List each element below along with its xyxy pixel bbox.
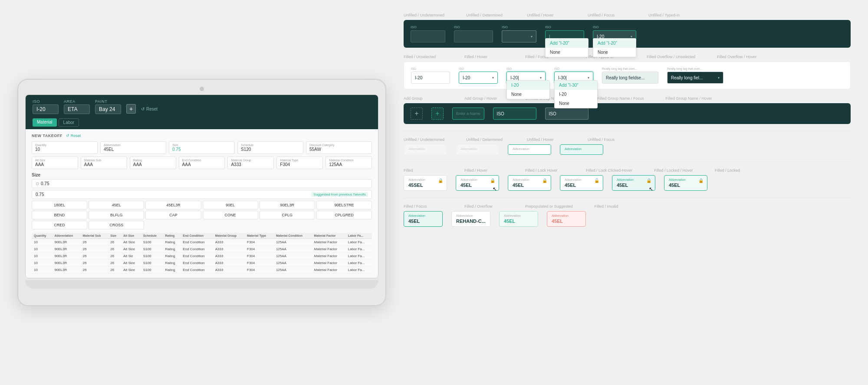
filled-input-hover[interactable]: I-20 ▾	[459, 72, 498, 84]
size-field[interactable]: Size 0.75	[169, 141, 235, 154]
paint-value[interactable]: Bay 24	[95, 104, 121, 114]
material-type-field[interactable]: Material Type F304	[276, 157, 323, 169]
abbrev-card-invalid[interactable]: Abbreviation 45EL	[547, 211, 586, 227]
abbrev-card-unfilled-focus[interactable]: Abbreviation	[560, 144, 603, 155]
size-search-bar[interactable]: ⊙ 0.75	[32, 179, 372, 188]
filled-input-overflow-unsel[interactable]: Really long fieldse...	[602, 72, 658, 84]
tab-labor[interactable]: Labor	[59, 118, 79, 127]
add-group-input-unfilled-focus[interactable]: Enter a Name	[452, 108, 484, 120]
filled-lock-states: Abbreviation 45SEL 🔒 Abbreviation 45EL 🔒…	[404, 175, 851, 191]
dropdown-item-add-i20[interactable]: Add "I-20"	[546, 39, 588, 48]
abbrev-card-focus-bottom[interactable]: Abbreviation 45EL	[404, 211, 443, 227]
filled-input-unselected[interactable]: I-20	[411, 72, 450, 84]
add-group-btn-normal[interactable]: +	[411, 108, 423, 120]
material-sub-field[interactable]: Material Sub AAA	[81, 157, 127, 169]
size-search-input[interactable]: 0.75	[41, 181, 368, 186]
mat-cond-value: 125AA	[329, 162, 368, 167]
alt-size-field[interactable]: Alt Size AAA	[32, 157, 78, 169]
suggestion-row[interactable]: 0.75 Suggested from previous Takeoffs	[32, 190, 372, 199]
chip-180el[interactable]: 180EL	[32, 201, 87, 209]
abbrev-focus-label: Abbreviation	[565, 147, 598, 150]
table-row[interactable]: 1090EL3R2626Alt SizeS100RatingEnd Condit…	[32, 260, 372, 267]
abbrev-locked-hover-label: Abbreviation	[617, 178, 651, 181]
abbrev-lock-hover-value: 45EL	[513, 183, 546, 188]
table-row[interactable]: 1090EL3R2626Alt SizeS100RatingEnd Condit…	[32, 267, 372, 274]
chip-cross[interactable]: CROSS	[89, 221, 144, 229]
end-cond-label: End Condition	[182, 159, 222, 162]
dropdown-filled-i20[interactable]: I-20	[507, 81, 549, 90]
abbrev-card-locked[interactable]: Abbreviation 45EL 🔒	[664, 175, 707, 191]
iso-value[interactable]: I-20	[33, 104, 59, 114]
tab-material[interactable]: Material	[33, 118, 57, 127]
chip-cone[interactable]: CONE	[203, 211, 258, 219]
abbrev-card-lock-hover[interactable]: Abbreviation 45EL 🔒	[508, 175, 551, 191]
chip-45el3r[interactable]: 45EL3R	[145, 201, 201, 209]
table-row[interactable]: 1090EL3R2626Alt SizeS100RatingEnd Condit…	[32, 246, 372, 253]
dropdown-typedin-i20[interactable]: I-20	[555, 90, 597, 99]
abbrev-locked-hover-value: 45EL	[617, 183, 651, 188]
chip-blflg[interactable]: BLFLG	[89, 211, 144, 219]
material-group-field[interactable]: Material Group A333	[227, 157, 274, 169]
discount-category-field[interactable]: Discount Category 55AW	[306, 141, 372, 154]
rating-field[interactable]: Rating AAA	[130, 157, 176, 169]
chip-cplgred[interactable]: CPLGRED	[316, 211, 372, 219]
abbrev-card-locked-hover[interactable]: Abbreviation 45EL 🔒 ↖	[612, 175, 655, 191]
chip-cplg[interactable]: CPLG	[260, 211, 315, 219]
end-condition-field[interactable]: End Condition AAA	[179, 157, 225, 169]
reset-button[interactable]: ↺ Reset	[141, 107, 158, 111]
chip-bend[interactable]: BEND	[32, 211, 87, 219]
bottom-states-header: Filled / Focus Filled / Overflow Prepopu…	[404, 204, 851, 209]
material-condition-field[interactable]: Material Condition 125AA	[326, 157, 372, 169]
add-button[interactable]: +	[126, 104, 136, 114]
dropdown-item-add-i20-typed[interactable]: Add "I-20"	[593, 39, 636, 48]
dark-input-determined[interactable]	[454, 30, 493, 42]
lock-icon-lock-hover[interactable]: 🔒	[542, 178, 547, 183]
filled-input-overflow-hover[interactable]: Really long fiel... ▾	[667, 72, 723, 84]
schedule-field[interactable]: Schedule S120	[237, 141, 303, 154]
suggestion-tag: Suggested from previous Takeoffs	[311, 192, 368, 197]
abbrev-card-unfilled-undetermined[interactable]: Abbreviation	[404, 144, 447, 155]
lock-icon-clicked[interactable]: 🔓	[594, 178, 599, 183]
small-state-unfilled-determined: Unfilled / Determined	[466, 137, 505, 142]
abbrev-card-unfilled-determined[interactable]: Abbreviation	[456, 144, 499, 155]
add-group-input-filled-focus[interactable]: ISO	[493, 108, 536, 120]
area-value[interactable]: ETA	[64, 104, 90, 114]
add-group-input-filled-hover[interactable]: ISO	[545, 108, 589, 120]
dropdown-typedin-add-i30[interactable]: Add "I-30"	[555, 81, 597, 90]
divider-3	[404, 198, 851, 198]
table-row[interactable]: 1090EL3R2626Alt SizeS100RatingEnd Condit…	[32, 239, 372, 246]
filled-field-typedin: ISO I-30| ▾ Add "I-30" I-20 None	[554, 67, 593, 84]
app-body: NEW TAKEOFF ↺ Reset Quantity 10 Abbrevia…	[26, 129, 378, 278]
dark-input-undetermined[interactable]	[411, 30, 445, 42]
area-field: Area ETA	[64, 99, 90, 114]
abbrev-card-unfilled-hover[interactable]: Abbreviation	[508, 144, 551, 155]
lock-icon-locked-hover[interactable]: 🔒	[646, 178, 651, 183]
abbrev-card-prepoulated[interactable]: Abbreviation 45EL	[499, 211, 538, 227]
new-takeoff-label: NEW TAKEOFF	[32, 134, 62, 138]
dropdown-filled-none[interactable]: None	[507, 90, 549, 99]
chip-cred[interactable]: CRED	[32, 221, 87, 229]
chevron-down-icon: ▾	[531, 35, 533, 39]
dark-input-hover[interactable]: ▾	[502, 30, 536, 42]
chip-cap[interactable]: CAP	[145, 211, 201, 219]
chip-45el[interactable]: 45EL	[89, 201, 144, 209]
dropdown-typedin-none[interactable]: None	[555, 99, 597, 108]
reset-link[interactable]: ↺ Reset	[66, 134, 81, 138]
abbrev-filled-hover-value: 45EL	[460, 183, 494, 188]
add-group-btn-hover[interactable]: +	[431, 108, 444, 120]
abbrev-card-filled-hover[interactable]: Abbreviation 45EL 🔒 ↖	[456, 175, 499, 191]
chip-90elstre[interactable]: 90ELSTRE	[316, 201, 372, 209]
th-material-type: Material Type	[245, 233, 274, 239]
chip-90el[interactable]: 90EL	[203, 201, 258, 209]
dropdown-item-none-typed[interactable]: None	[593, 48, 636, 57]
abbrev-card-lock-clicked[interactable]: Abbreviation 45EL 🔓	[560, 175, 603, 191]
table-row[interactable]: 1090EL3R2626Alt SizS100RatingEnd Conditi…	[32, 253, 372, 260]
abbrev-card-overflow[interactable]: Abbreviation REHAND-C...	[451, 211, 490, 227]
chip-90el3r[interactable]: 90EL3R	[260, 201, 315, 209]
dropdown-item-none[interactable]: None	[546, 48, 588, 57]
state-label-unfilled-hover: Unfilled / Hover	[527, 13, 566, 17]
abbrev-card-filled[interactable]: Abbreviation 45SEL 🔒	[404, 175, 447, 191]
quantity-field[interactable]: Quantity 10	[32, 141, 98, 154]
cursor-hover-icon: ↖	[493, 186, 497, 192]
abbreviation-field[interactable]: Abbreviation 45EL	[100, 141, 166, 154]
